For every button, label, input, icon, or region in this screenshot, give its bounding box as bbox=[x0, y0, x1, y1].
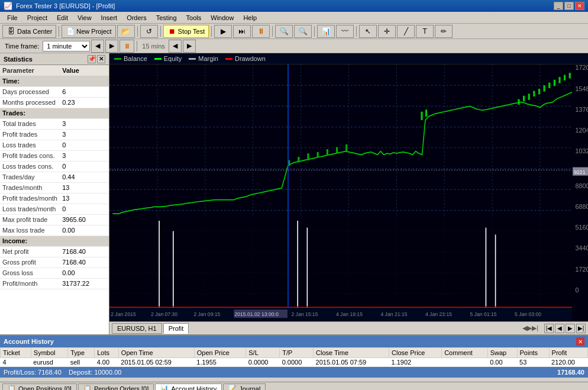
col-tp: T/P bbox=[280, 348, 314, 358]
profit-month-value: 31737.22 bbox=[60, 278, 109, 289]
col-close-price: Close Price bbox=[389, 348, 442, 358]
forward-button[interactable]: ▶ bbox=[105, 40, 118, 53]
toolbar-separator-5 bbox=[272, 26, 273, 37]
menu-orders[interactable]: Orders bbox=[122, 13, 151, 22]
open-button[interactable]: 📂 bbox=[117, 25, 135, 38]
row-type: sell bbox=[68, 358, 95, 367]
scroll-next-button[interactable]: ▶ bbox=[566, 324, 575, 333]
tab-account-history[interactable]: 📊 Account History bbox=[155, 383, 222, 391]
days-processed-label: Days processed bbox=[0, 86, 60, 97]
svg-text:4 Jan 19:15: 4 Jan 19:15 bbox=[336, 311, 363, 317]
window-controls[interactable]: _ □ ✕ bbox=[554, 2, 584, 10]
svg-text:4 Jan 23:15: 4 Jan 23:15 bbox=[425, 311, 452, 317]
cursor-button[interactable]: ↖ bbox=[359, 25, 377, 38]
step-button[interactable]: ⏭ bbox=[233, 25, 251, 38]
pause-toolbar-button[interactable]: ⏸ bbox=[119, 40, 134, 53]
tab-profit[interactable]: Profit bbox=[163, 323, 189, 334]
scroll-start-button[interactable]: |◀ bbox=[544, 324, 554, 333]
menu-window[interactable]: Window bbox=[206, 13, 238, 22]
svg-text:17200: 17200 bbox=[575, 65, 588, 71]
tab-eurusd-h1[interactable]: EURUSD, H1 bbox=[112, 323, 162, 334]
col-profit: Profit bbox=[549, 348, 587, 358]
restore-button[interactable]: □ bbox=[564, 2, 574, 10]
menu-project[interactable]: Project bbox=[22, 13, 52, 22]
menu-bar: File Project Edit View Insert Orders Tes… bbox=[0, 12, 588, 24]
income-section-header: Income: bbox=[0, 236, 109, 246]
svg-rect-50 bbox=[421, 112, 422, 120]
indicator-button[interactable]: 〰 bbox=[336, 25, 354, 38]
svg-text:15480: 15480 bbox=[575, 85, 588, 92]
svg-text:3440: 3440 bbox=[575, 244, 588, 252]
back-button[interactable]: ◀ bbox=[91, 40, 104, 53]
stats-pin-button[interactable]: 📌 bbox=[88, 55, 96, 63]
chart-type-button[interactable]: 📊 bbox=[317, 25, 335, 38]
secondary-toolbar: Time frame: 1 minute 5 minutes 15 minute… bbox=[0, 39, 588, 53]
close-button[interactable]: ✕ bbox=[575, 2, 584, 10]
play-button[interactable]: ▶ bbox=[214, 25, 232, 38]
crosshair-button[interactable]: ✛ bbox=[378, 25, 396, 38]
menu-edit[interactable]: Edit bbox=[52, 13, 73, 22]
profit-month-row: Profit/month 31737.22 bbox=[0, 278, 109, 289]
interval-up-button[interactable]: ▶ bbox=[183, 40, 196, 53]
col-open-time: Open Time bbox=[118, 348, 194, 358]
svg-rect-56 bbox=[538, 89, 540, 94]
scroll-prev-button[interactable]: ◀ bbox=[555, 324, 564, 333]
legend-drawdown-label: Drawdown bbox=[235, 55, 266, 62]
row-open-time: 2015.01.05 02:59 bbox=[118, 358, 194, 367]
zoom-out-button[interactable]: 🔍 bbox=[294, 25, 312, 38]
pending-orders-icon: 📋 bbox=[83, 385, 92, 390]
chart-tabs: EURUSD, H1 Profit ◀▶▶| |◀ ◀ ▶ ▶| bbox=[109, 321, 588, 334]
line-button[interactable]: ╱ bbox=[397, 25, 415, 38]
text-button[interactable]: T bbox=[416, 25, 434, 38]
gross-loss-label: Gross loss bbox=[0, 267, 60, 278]
col-type: Type bbox=[68, 348, 95, 358]
main-toolbar: 🗄 Data Center 📄 New Project 📂 ↺ ⏹ Stop T… bbox=[0, 24, 588, 39]
interval-down-button[interactable]: ◀ bbox=[169, 40, 182, 53]
zoom-in-button[interactable]: 🔍 bbox=[275, 25, 293, 38]
history-table: Ticket Symbol Type Lots Open Time Open P… bbox=[0, 347, 588, 367]
account-history-close-button[interactable]: ✕ bbox=[576, 337, 584, 346]
chart-container[interactable]: 17200 15480 13760 12040 10320 9221 8800 … bbox=[109, 65, 588, 321]
svg-text:6880: 6880 bbox=[575, 203, 588, 210]
new-project-button[interactable]: 📄 New Project bbox=[62, 25, 115, 38]
svg-text:5 Jan 01:15: 5 Jan 01:15 bbox=[470, 311, 496, 317]
row-close-time: 2015.01.05 07:59 bbox=[314, 358, 389, 367]
legend-balance: Balance bbox=[114, 55, 147, 62]
toolbar2-sep bbox=[137, 41, 137, 51]
profit-trades-label: Profit trades bbox=[0, 129, 60, 140]
scroll-end-button[interactable]: ▶| bbox=[576, 324, 586, 333]
data-center-button[interactable]: 🗄 Data Center bbox=[2, 25, 56, 38]
profit-month-label: Profit/month bbox=[0, 278, 60, 289]
trades-day-row: Trades/day 0.44 bbox=[0, 172, 109, 182]
gross-profit-value: 7168.40 bbox=[60, 257, 109, 267]
svg-rect-54 bbox=[528, 94, 530, 100]
pause-button[interactable]: ⏸ bbox=[252, 25, 270, 38]
tab-pending-orders[interactable]: 📋 Pending Orders [0] bbox=[78, 383, 154, 391]
pause2-icon: ⏸ bbox=[124, 43, 130, 50]
menu-tools[interactable]: Tools bbox=[182, 13, 206, 22]
tab-journal[interactable]: 📝 Journal bbox=[223, 383, 266, 391]
timeframe-select[interactable]: 1 minute 5 minutes 15 minutes 1 hour bbox=[43, 41, 90, 51]
minimize-button[interactable]: _ bbox=[554, 2, 563, 10]
stop-test-button[interactable]: ⏹ Stop Test bbox=[163, 25, 209, 38]
stats-close-button[interactable]: ✕ bbox=[97, 55, 105, 63]
svg-text:5 Jan 03:00: 5 Jan 03:00 bbox=[515, 311, 541, 317]
loss-trades-row: Loss trades 0 bbox=[0, 140, 109, 150]
pen-button[interactable]: ✏ bbox=[435, 25, 453, 38]
menu-file[interactable]: File bbox=[2, 13, 22, 22]
svg-text:2 Jan 15:15: 2 Jan 15:15 bbox=[291, 311, 318, 317]
profit-trades-cons-row: Profit trades cons. 3 bbox=[0, 150, 109, 161]
tab-open-positions[interactable]: 📋 Open Positions [0] bbox=[2, 383, 77, 391]
menu-testing[interactable]: Testing bbox=[151, 13, 182, 22]
menu-help[interactable]: Help bbox=[238, 13, 261, 22]
chart-area[interactable]: Balance Equity Margin Drawdown bbox=[109, 53, 588, 334]
menu-view[interactable]: View bbox=[73, 13, 96, 22]
col-ticket: Ticket bbox=[1, 348, 31, 358]
menu-insert[interactable]: Insert bbox=[96, 13, 122, 22]
svg-text:1720: 1720 bbox=[575, 265, 588, 272]
col-comment: Comment bbox=[442, 348, 487, 358]
row-sl: 0.0000 bbox=[246, 358, 280, 367]
svg-rect-44 bbox=[298, 157, 299, 162]
refresh-button[interactable]: ↺ bbox=[140, 25, 158, 38]
max-profit-trade-value: 3965.60 bbox=[60, 214, 109, 225]
